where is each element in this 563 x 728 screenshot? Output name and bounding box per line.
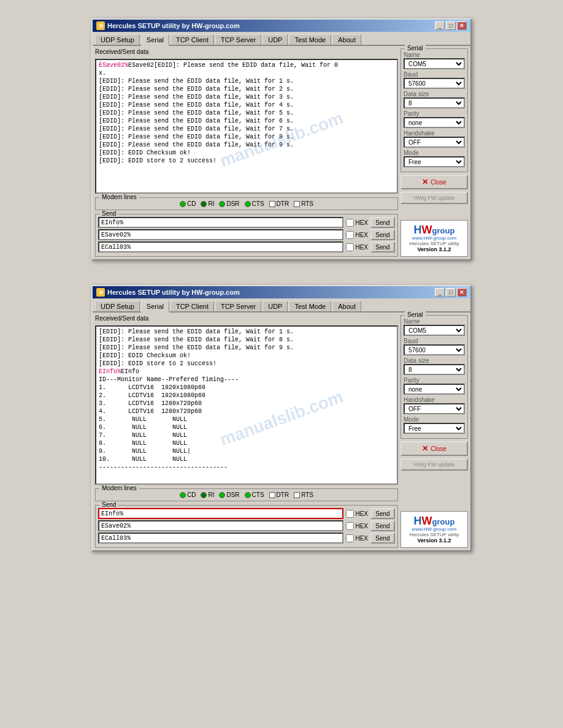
checkbox1-rts: RTS bbox=[294, 200, 313, 207]
tab1-tcpclient[interactable]: TCP Client bbox=[170, 34, 214, 45]
tab2-tcpclient[interactable]: TCP Client bbox=[170, 301, 214, 311]
t2-l6: ID---Monitor Name--Prefered Timing---- bbox=[99, 376, 239, 383]
modem-indicators1: CD RI DSR CTS bbox=[98, 200, 395, 207]
serial-select1-mode[interactable]: Free bbox=[404, 156, 465, 167]
window1-wrapper: manualslib.com ⚙ Hercules SETUP utility … bbox=[91, 18, 472, 260]
send-hex-check1-1[interactable] bbox=[346, 231, 354, 239]
hwg-logo2: HW group www.HW-group.com Hercules SETUP… bbox=[400, 511, 468, 548]
label2-cd: CD bbox=[187, 491, 196, 498]
serial-row2-handshake: Handshake OFF bbox=[404, 396, 465, 414]
send-input1-0[interactable] bbox=[98, 217, 343, 228]
serial-select1-baud[interactable]: 57600 bbox=[404, 78, 465, 89]
send-hex-check1-0[interactable] bbox=[346, 219, 354, 227]
serial-select1-handshake[interactable]: OFF bbox=[404, 137, 465, 148]
hwg-fw-btn2[interactable]: HWg FW update bbox=[400, 458, 468, 471]
send-hex-check1-2[interactable] bbox=[346, 243, 354, 251]
send-btn2-2[interactable]: Send bbox=[370, 533, 395, 544]
led2-cts bbox=[245, 492, 251, 498]
close-btn2[interactable]: ✕ bbox=[457, 288, 467, 297]
send-input1-2[interactable] bbox=[98, 241, 343, 252]
close-label2: Close bbox=[431, 446, 446, 452]
modem-legend2: Modem lines bbox=[99, 485, 139, 491]
section-label2: Received/Sent data bbox=[95, 315, 398, 322]
tab2-about[interactable]: About bbox=[332, 301, 361, 311]
window2-title: Hercules SETUP utility by HW-group.com bbox=[107, 289, 240, 296]
send-btn1-2[interactable]: Send bbox=[370, 241, 395, 252]
send-btn1-0[interactable]: Send bbox=[370, 217, 395, 228]
send-hex-check2-2[interactable] bbox=[346, 534, 354, 542]
send-input1-1[interactable] bbox=[98, 229, 343, 240]
maximize-btn2[interactable]: □ bbox=[446, 288, 456, 297]
tab1-serial[interactable]: Serial bbox=[141, 34, 169, 46]
serial-label1-handshake: Handshake bbox=[404, 130, 465, 137]
serial-select1-parity[interactable]: none bbox=[404, 117, 465, 128]
t2-l0: [EDID]: Please send the EDID data file, … bbox=[99, 328, 294, 335]
serial-label2-parity: Parity bbox=[404, 377, 465, 384]
serial-select2-handshake[interactable]: OFF bbox=[404, 403, 465, 414]
serial-select2-mode[interactable]: Free bbox=[404, 423, 465, 434]
t2-l5-rest: EInfo bbox=[121, 368, 139, 375]
terminal1-line12: [EDID]: EDID store to 2 success! bbox=[99, 157, 216, 164]
titlebar1-left: ⚙ Hercules SETUP utility by HW-group.com bbox=[96, 21, 240, 30]
window1: ⚙ Hercules SETUP utility by HW-group.com… bbox=[91, 18, 472, 260]
serial-label2-mode: Mode bbox=[404, 416, 465, 423]
serial-row1-handshake: Handshake OFF bbox=[404, 130, 465, 148]
tab1-about[interactable]: About bbox=[332, 34, 361, 45]
close-x-icon2: ✕ bbox=[422, 444, 428, 453]
modem-section1: Modem lines CD RI DSR bbox=[95, 197, 398, 210]
serial-label1-name: Name bbox=[404, 51, 465, 58]
send-hex-label1-0: HEX bbox=[346, 219, 368, 227]
serial-select2-baud[interactable]: 57600 bbox=[404, 344, 465, 355]
close-button1[interactable]: ✕ Close bbox=[400, 175, 468, 189]
serial-select1-name[interactable]: COM5 bbox=[404, 58, 465, 69]
serial-select2-name[interactable]: COM5 bbox=[404, 325, 465, 336]
maximize-btn1[interactable]: □ bbox=[446, 21, 456, 30]
send-hex-check2-1[interactable] bbox=[346, 522, 354, 530]
minimize-btn2[interactable]: _ bbox=[435, 288, 445, 297]
t2-l4: [EDID]: EDID store to 2 success! bbox=[99, 360, 216, 367]
terminal1-line11: [EDID]: EDID Checksum ok! bbox=[99, 150, 191, 156]
serial-label1-baud: Baud bbox=[404, 71, 465, 78]
led2-cd bbox=[180, 492, 186, 498]
send-btn2-0[interactable]: Send bbox=[370, 508, 395, 519]
serial-row2-datasize: Data size 8 bbox=[404, 357, 465, 375]
send-btn1-1[interactable]: Send bbox=[370, 229, 395, 240]
close-button2[interactable]: ✕ Close bbox=[400, 441, 468, 456]
check2-rts[interactable] bbox=[294, 492, 300, 498]
t2-l8: 2. LCDTV16 1920x1080p60 bbox=[99, 392, 205, 399]
tab2-udp[interactable]: UDP bbox=[262, 301, 288, 311]
send-hex-check2-0[interactable] bbox=[346, 510, 354, 518]
tab2-udpsetup[interactable]: UDP Setup bbox=[95, 301, 140, 311]
tab2-tcpserver[interactable]: TCP Server bbox=[215, 301, 261, 311]
check2-dtr[interactable] bbox=[269, 492, 275, 498]
serial-row1-baud: Baud 57600 bbox=[404, 71, 465, 89]
serial-select2-parity[interactable]: none bbox=[404, 384, 465, 395]
tab2-serial[interactable]: Serial bbox=[141, 301, 169, 313]
hwg-fw-btn1[interactable]: HWg FW update bbox=[400, 192, 468, 204]
indicator2-cts: CTS bbox=[245, 491, 264, 498]
send-input2-1[interactable] bbox=[98, 520, 343, 531]
send-row1-0: HEX Send bbox=[98, 217, 395, 228]
tab1-udp[interactable]: UDP bbox=[262, 34, 288, 45]
t2-l9: 3. LCDTV16 1280x720p60 bbox=[99, 400, 202, 407]
label1-rts-check: RTS bbox=[301, 200, 313, 207]
tab1-testmode[interactable]: Test Mode bbox=[289, 34, 331, 45]
tab2-testmode[interactable]: Test Mode bbox=[289, 301, 331, 311]
serial-select1-datasize[interactable]: 8 bbox=[404, 97, 465, 108]
serial-select2-datasize[interactable]: 8 bbox=[404, 364, 465, 375]
send-btn2-1[interactable]: Send bbox=[370, 520, 395, 531]
label1-ri: RI bbox=[208, 200, 214, 207]
minimize-btn1[interactable]: _ bbox=[435, 21, 445, 30]
check1-rts[interactable] bbox=[294, 201, 300, 207]
tab1-tcpserver[interactable]: TCP Server bbox=[215, 34, 261, 45]
tab1-udpsetup[interactable]: UDP Setup bbox=[95, 34, 140, 45]
close-btn1[interactable]: ✕ bbox=[457, 21, 467, 30]
t2-l16: 10. NULL NULL bbox=[99, 456, 187, 463]
led2-dsr bbox=[219, 492, 225, 498]
send-input2-2[interactable] bbox=[98, 533, 343, 544]
send-input2-0[interactable] bbox=[98, 508, 343, 519]
serial-label1-mode: Mode bbox=[404, 150, 465, 156]
hwg-version2: Version 3.1.2 bbox=[417, 537, 451, 544]
check1-dtr[interactable] bbox=[269, 201, 275, 207]
window2-wrapper: manualslib.com ⚙ Hercules SETUP utility … bbox=[91, 285, 472, 552]
